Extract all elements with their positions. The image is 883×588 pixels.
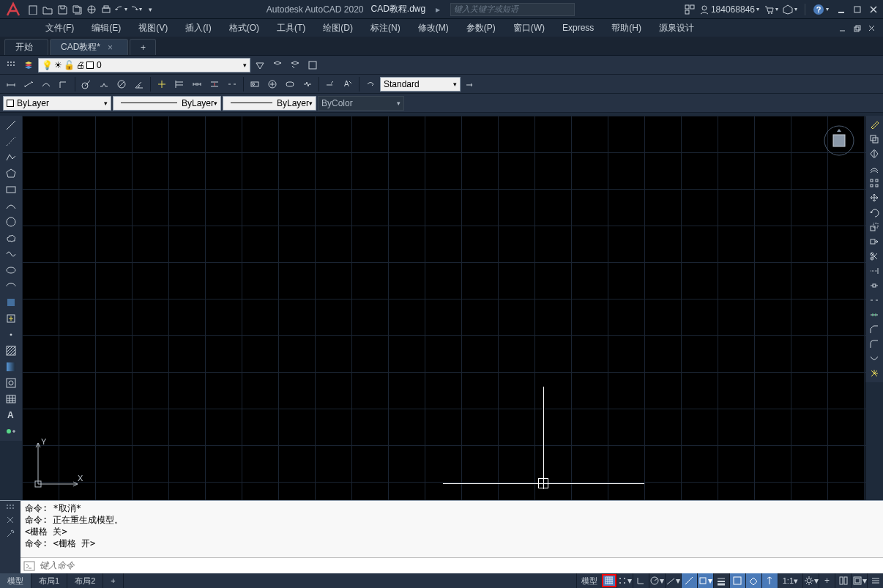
color-dropdown[interactable]: ByLayer▾ [3, 96, 111, 111]
status-scale[interactable]: 1:1▾ [778, 573, 802, 588]
layer-off-icon[interactable] [252, 57, 268, 73]
gradient-icon[interactable] [2, 359, 20, 375]
extend-icon[interactable] [867, 264, 882, 278]
dim-baseline-icon[interactable] [171, 76, 187, 92]
status-qp-button[interactable] [745, 573, 761, 588]
status-tpy-button[interactable] [729, 573, 745, 588]
menu-dim[interactable]: 标注(N) [362, 20, 409, 36]
layer-prev-icon[interactable] [287, 57, 303, 73]
lineweight-dropdown[interactable]: ByLayer▾ [223, 96, 316, 111]
qat-more-icon[interactable]: ▾ [144, 3, 157, 16]
status-otrack-button[interactable] [681, 573, 697, 588]
menu-draw[interactable]: 绘图(D) [314, 20, 362, 36]
offset-icon[interactable] [867, 161, 882, 176]
dimtedit-icon[interactable]: A [340, 76, 356, 92]
tolerance-icon[interactable] [247, 76, 263, 92]
maximize-button[interactable] [851, 3, 864, 16]
cmd-handle-icon[interactable] [5, 504, 15, 511]
qat-undo-icon[interactable]: ▾ [114, 3, 127, 16]
insert-block-icon[interactable] [2, 294, 20, 310]
status-osnap-button[interactable]: ▾ [697, 573, 713, 588]
dim-radius-icon[interactable] [78, 76, 94, 92]
tab-add-button[interactable]: + [130, 39, 156, 55]
break-icon[interactable] [867, 293, 882, 308]
status-plus-button[interactable]: + [819, 573, 835, 588]
app-logo[interactable] [3, 0, 23, 20]
help-icon[interactable]: ?▾ [813, 4, 829, 15]
xline-icon[interactable] [2, 133, 20, 149]
status-iso-button[interactable]: ▾ [851, 573, 867, 588]
dim-linear-icon[interactable] [3, 76, 19, 92]
dim-ordinate-icon[interactable] [56, 76, 72, 92]
viewcube[interactable] [823, 124, 855, 157]
dimstyle-manager-icon[interactable] [462, 76, 478, 92]
qat-open-icon[interactable] [41, 3, 54, 16]
menu-tools[interactable]: 工具(T) [268, 20, 314, 36]
status-isodraft-button[interactable]: ▾ [665, 573, 681, 588]
rotate-icon[interactable] [867, 205, 882, 220]
status-polar-button[interactable]: ▾ [649, 573, 665, 588]
dimedit-icon[interactable] [322, 76, 338, 92]
jogline-icon[interactable] [299, 76, 316, 92]
menu-insert[interactable]: 插入(I) [176, 20, 220, 36]
array-icon[interactable] [867, 176, 882, 190]
break-point-icon[interactable] [867, 278, 882, 293]
search-input[interactable]: 键入关键字或短语 [450, 3, 575, 16]
qat-saveas-icon[interactable] [70, 3, 83, 16]
status-grid-button[interactable] [602, 574, 616, 587]
menu-view[interactable]: 视图(V) [130, 20, 176, 36]
user-account[interactable]: 184068846 ▾ [699, 4, 759, 15]
point-icon[interactable] [2, 327, 20, 343]
menu-yuan[interactable]: 源泉设计 [650, 20, 703, 36]
qat-redo-icon[interactable]: ▾ [129, 3, 142, 16]
scale-icon[interactable] [867, 220, 882, 234]
layout-tab-1[interactable]: 布局1 [31, 573, 67, 588]
menu-window[interactable]: 窗口(W) [504, 20, 554, 36]
infocenter-icon[interactable] [685, 4, 695, 15]
dim-arc-icon[interactable] [38, 76, 54, 92]
mirror-icon[interactable] [867, 146, 882, 161]
dim-continue-icon[interactable] [189, 76, 205, 92]
doc-close-button[interactable] [865, 22, 879, 35]
qat-web-icon[interactable] [85, 3, 98, 16]
qat-save-icon[interactable] [56, 3, 69, 16]
dim-break-icon[interactable] [224, 76, 240, 92]
make-block-icon[interactable] [2, 310, 20, 327]
revcloud-icon[interactable] [2, 230, 20, 246]
layer-properties-icon[interactable] [21, 57, 37, 73]
layout-tab-2[interactable]: 布局2 [67, 573, 103, 588]
stretch-icon[interactable] [867, 234, 882, 249]
blend-icon[interactable] [867, 351, 882, 366]
dim-quick-icon[interactable] [154, 76, 170, 92]
menu-help[interactable]: 帮助(H) [603, 20, 650, 36]
qat-new-icon[interactable] [26, 3, 40, 16]
trim-icon[interactable] [867, 249, 882, 264]
ellipse-icon[interactable] [2, 262, 20, 278]
qat-plot-icon[interactable] [100, 3, 113, 16]
minimize-button[interactable] [835, 3, 848, 16]
menu-param[interactable]: 参数(P) [458, 20, 504, 36]
status-lwt-button[interactable] [713, 573, 729, 588]
mtext-icon[interactable]: A [2, 407, 20, 423]
status-ortho-button[interactable] [633, 573, 649, 588]
layer-handle-icon[interactable] [3, 57, 19, 73]
inspection-icon[interactable] [282, 76, 298, 92]
fillet-icon[interactable] [867, 337, 882, 351]
cmd-wrench-icon[interactable] [5, 529, 15, 539]
layer-dropdown[interactable]: 💡 ☀ 🔓 🖨 0 ▾ [38, 58, 250, 72]
circle-icon[interactable] [2, 214, 20, 230]
move-icon[interactable] [867, 190, 882, 205]
menu-edit[interactable]: 编辑(E) [83, 20, 130, 36]
cart-icon[interactable]: ▾ [764, 4, 778, 15]
dim-space-icon[interactable] [206, 76, 223, 92]
status-cui-button[interactable] [835, 573, 851, 588]
dim-angular-icon[interactable] [131, 76, 147, 92]
cmd-close-icon[interactable] [6, 516, 15, 524]
explode-icon[interactable] [867, 366, 882, 381]
join-icon[interactable] [867, 308, 882, 322]
copy-icon[interactable] [867, 132, 882, 146]
layout-tab-add[interactable]: + [103, 573, 123, 588]
command-input[interactable] [35, 560, 880, 571]
layout-tab-model[interactable]: 模型 [0, 573, 31, 588]
polyline-icon[interactable] [2, 149, 20, 165]
